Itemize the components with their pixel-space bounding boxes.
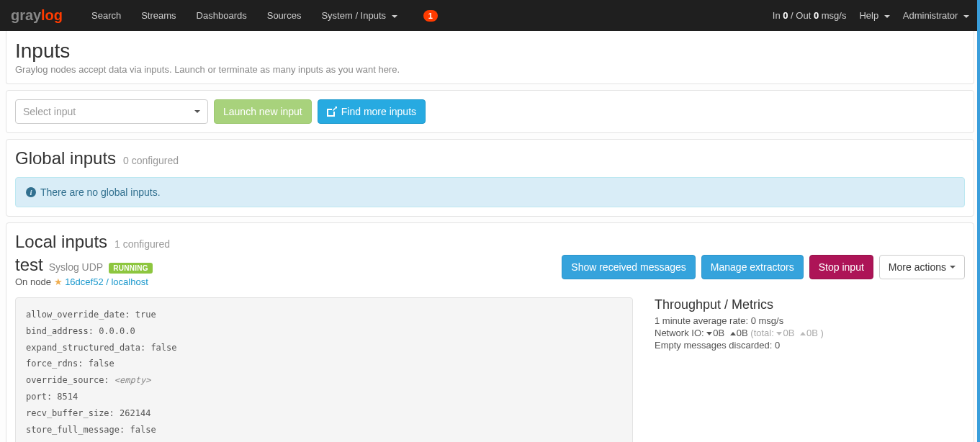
metrics-title: Throughput / Metrics xyxy=(655,297,965,312)
chevron-down-icon xyxy=(963,15,969,18)
input-node-link[interactable]: 16dcef52 / localhost xyxy=(65,276,148,287)
config-row: port: 8514 xyxy=(26,389,622,405)
more-actions-button[interactable]: More actions xyxy=(879,255,965,279)
input-name: test xyxy=(15,255,43,275)
chevron-down-icon xyxy=(884,15,890,18)
select-input-placeholder: Select input xyxy=(23,106,76,117)
local-inputs-panel: Local inputs 1 configured test Syslog UD… xyxy=(6,222,974,442)
external-link-icon xyxy=(327,107,337,117)
input-type: Syslog UDP xyxy=(49,261,103,273)
select-input-dropdown[interactable]: Select input xyxy=(15,99,208,124)
scrollbar[interactable] xyxy=(977,0,980,442)
nav-dashboards[interactable]: Dashboards xyxy=(186,0,257,31)
info-icon: i xyxy=(26,187,36,197)
config-row: bind_address: 0.0.0.0 xyxy=(26,323,622,340)
input-status-badge: RUNNING xyxy=(109,263,153,274)
config-row: force_rdns: false xyxy=(26,356,622,372)
toolbar-panel: Select input Launch new input Find more … xyxy=(6,90,974,133)
svg-text:log: log xyxy=(41,7,63,23)
nav-sources[interactable]: Sources xyxy=(257,0,312,31)
input-config-well: allow_override_date: truebind_address: 0… xyxy=(15,297,633,442)
local-inputs-count: 1 configured xyxy=(114,238,170,250)
find-more-inputs-button[interactable]: Find more inputs xyxy=(318,99,426,124)
nav-throughput: In 0 / Out 0 msg/s xyxy=(773,10,847,21)
more-actions-label: More actions xyxy=(889,261,946,273)
page-description: Graylog nodes accept data via inputs. La… xyxy=(15,64,965,75)
stop-input-button[interactable]: Stop input xyxy=(809,255,873,279)
nav-system-inputs-label: System / Inputs xyxy=(321,10,386,21)
global-inputs-alert: i There are no global inputs. xyxy=(15,177,965,207)
nav-system-inputs[interactable]: System / Inputs xyxy=(311,0,407,31)
nav-streams[interactable]: Streams xyxy=(131,0,186,31)
page-title: Inputs xyxy=(15,40,965,63)
svg-text:gray: gray xyxy=(11,7,42,23)
star-icon: ★ xyxy=(54,276,63,287)
chevron-down-icon xyxy=(392,15,397,18)
nav-user-label: Administrator xyxy=(903,10,958,21)
input-node-line: On node ★ 16dcef52 / localhost xyxy=(15,276,153,287)
brand-logo[interactable]: gray log xyxy=(11,7,67,24)
top-navbar: gray log Search Streams Dashboards Sourc… xyxy=(0,0,980,31)
chevron-down-icon xyxy=(194,110,200,113)
launch-new-input-button[interactable]: Launch new input xyxy=(214,99,312,124)
config-row: store_full_message: false xyxy=(26,422,622,438)
page-header-panel: Inputs Graylog nodes accept data via inp… xyxy=(6,31,974,84)
global-inputs-panel: Global inputs 0 configured i There are n… xyxy=(6,139,974,217)
chevron-down-icon xyxy=(950,266,956,269)
global-inputs-count: 0 configured xyxy=(123,155,179,166)
config-row: override_source: <empty> xyxy=(26,372,622,389)
notification-badge[interactable]: 1 xyxy=(423,10,438,22)
find-more-inputs-label: Find more inputs xyxy=(341,106,416,117)
global-inputs-alert-text: There are no global inputs. xyxy=(40,186,161,198)
metrics-network-io: Network IO: 0B 0B (total: 0B 0B ) xyxy=(655,328,965,338)
nav-user[interactable]: Administrator xyxy=(903,0,969,31)
global-inputs-title: Global inputs xyxy=(15,148,116,168)
manage-extractors-button[interactable]: Manage extractors xyxy=(701,255,804,279)
nav-help[interactable]: Help xyxy=(859,0,889,31)
local-inputs-title: Local inputs xyxy=(15,232,107,252)
nav-help-label: Help xyxy=(859,10,878,21)
show-received-messages-button[interactable]: Show received messages xyxy=(562,255,696,279)
config-row: allow_override_date: true xyxy=(26,307,622,323)
nav-search[interactable]: Search xyxy=(81,0,131,31)
config-row: expand_structured_data: false xyxy=(26,340,622,356)
metrics-empty-discarded: Empty messages discarded: 0 xyxy=(655,340,965,351)
metrics-rate: 1 minute average rate: 0 msg/s xyxy=(655,315,965,326)
input-metrics: Throughput / Metrics 1 minute average ra… xyxy=(655,297,965,352)
config-row: recv_buffer_size: 262144 xyxy=(26,405,622,422)
